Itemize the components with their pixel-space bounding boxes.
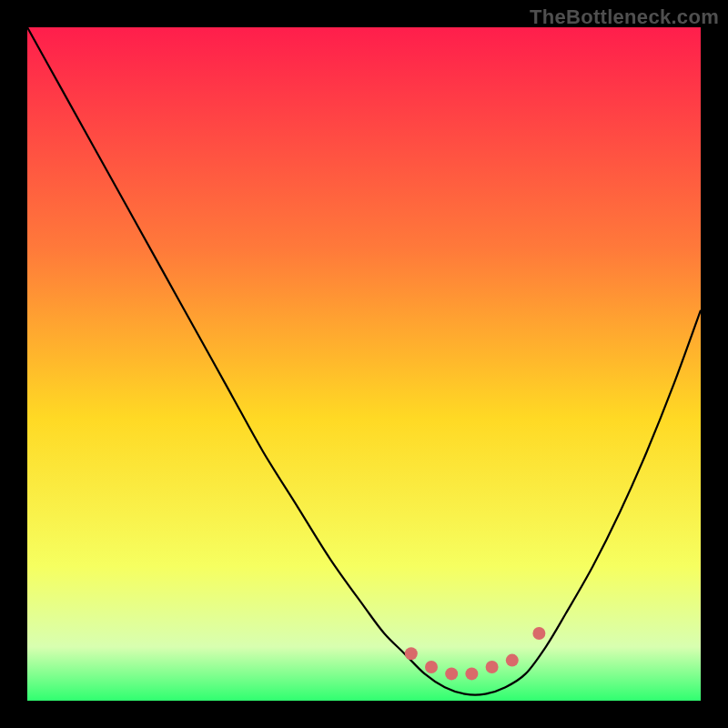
marker-flat-region-left-edge: [405, 647, 418, 660]
marker-flat-region-4: [486, 661, 499, 673]
marker-flat-region-3: [465, 667, 478, 680]
chart-frame: TheBottleneck.com: [0, 0, 728, 728]
marker-flat-region-right-edge: [506, 654, 519, 667]
attribution-label: TheBottleneck.com: [530, 5, 719, 29]
gradient-background: [27, 27, 701, 701]
bottleneck-plot: [27, 27, 701, 701]
marker-flat-region-1: [425, 661, 438, 673]
marker-secondary-marker: [532, 627, 545, 640]
marker-flat-region-2: [445, 667, 458, 680]
